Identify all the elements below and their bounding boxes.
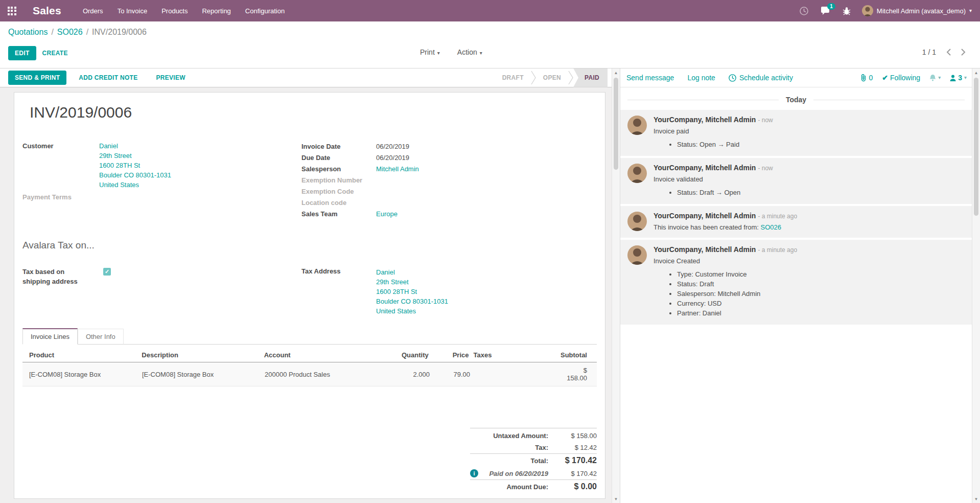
tracking-value: Status: Open → Paid (677, 140, 965, 149)
so026-link[interactable]: SO026 (761, 223, 781, 231)
invoice-sheet: INV/2019/0006 Customer Daniel 29th Stree… (14, 92, 605, 499)
user-menu[interactable]: Mitchell Admin (avatax_demo) ▾ (857, 0, 980, 21)
main-menu: Orders To Invoice Products Reporting Con… (76, 0, 292, 21)
chatter-scrollbar[interactable]: ▲ ▼ (972, 68, 980, 503)
avatar (627, 212, 647, 231)
chevron-down-icon: ▾ (437, 50, 440, 56)
tracking-value: Currency: USD (677, 299, 965, 308)
clock-icon (729, 74, 736, 82)
avatar (627, 245, 647, 265)
payment-info-icon[interactable]: i (470, 469, 478, 477)
message-invoice-created: YourCompany, Mitchell Admin- a minute ag… (620, 240, 972, 325)
activity-bell-button[interactable]: ▾ (929, 74, 941, 81)
form-scrollbar[interactable]: ▲ ▼ (612, 68, 620, 503)
customer-country: United States (99, 180, 171, 190)
scroll-up-icon[interactable]: ▲ (972, 68, 980, 77)
preview-button[interactable]: PREVIEW (150, 71, 191, 84)
scroll-up-icon[interactable]: ▲ (612, 68, 620, 77)
add-credit-note-button[interactable]: ADD CREDIT NOTE (73, 71, 144, 84)
tax-address-name[interactable]: Daniel (376, 267, 448, 277)
pager-previous-icon[interactable] (946, 49, 951, 56)
status-paid[interactable]: PAID (573, 68, 608, 87)
due-date-value[interactable]: 06/20/2019 (376, 153, 409, 163)
activities-clock-icon[interactable] (794, 0, 814, 21)
menu-to-invoice[interactable]: To Invoice (110, 0, 155, 21)
messages-badge: 1 (827, 3, 835, 10)
col-price: Price (429, 351, 469, 359)
status-open[interactable]: OPEN (536, 74, 568, 81)
status-separator-icon (531, 71, 536, 84)
tax-shipping-checkbox[interactable]: ✓ (103, 268, 111, 276)
top-navbar: Sales Orders To Invoice Products Reporti… (0, 0, 980, 21)
followers-button[interactable]: 3 ▾ (950, 74, 967, 82)
breadcrumb-separator: / (51, 28, 53, 36)
customer-address-link[interactable]: Daniel 29th Street 1600 28TH St Boulder … (99, 141, 171, 190)
message-created-from: YourCompany, Mitchell Admin- a minute ag… (620, 206, 972, 238)
total-value: $ 170.42 (548, 456, 597, 465)
edit-button[interactable]: EDIT (8, 46, 36, 60)
followers-count: 3 (958, 74, 962, 82)
breadcrumb-so026[interactable]: SO026 (57, 28, 83, 36)
menu-products[interactable]: Products (154, 0, 195, 21)
app-title: Sales (33, 5, 61, 17)
pager-value[interactable]: 1 / 1 (922, 48, 936, 56)
invoice-date-label: Invoice Date (301, 142, 376, 152)
cell-price: 79.00 (430, 371, 470, 378)
breadcrumb-quotations[interactable]: Quotations (8, 28, 48, 36)
invoice-date-value[interactable]: 06/20/2019 (376, 142, 409, 152)
table-row[interactable]: [E-COM08] Storage Box [E-COM08] Storage … (22, 362, 597, 386)
grid-icon (8, 7, 16, 15)
action-dropdown[interactable]: Action▾ (457, 48, 482, 56)
pager-next-icon[interactable] (961, 49, 966, 56)
customer-name[interactable]: Daniel (99, 141, 171, 151)
tab-invoice-lines[interactable]: Invoice Lines (22, 328, 78, 345)
send-print-button[interactable]: SEND & PRINT (8, 71, 66, 85)
status-separator-icon (568, 71, 573, 84)
scroll-down-icon[interactable]: ▼ (612, 495, 620, 503)
chevron-down-icon: ▾ (964, 75, 967, 80)
totals-block: Untaxed Amount: $ 158.00 Tax: $ 12.42 To… (470, 428, 597, 493)
log-note-button[interactable]: Log note (687, 74, 715, 82)
sales-team-link[interactable]: Europe (376, 209, 398, 219)
salesperson-link[interactable]: Mitchell Admin (376, 164, 419, 174)
menu-reporting[interactable]: Reporting (195, 0, 238, 21)
menu-configuration[interactable]: Configuration (238, 0, 292, 21)
message-text: Invoice Created (654, 257, 965, 265)
messages-bubble-icon[interactable]: 1 (814, 0, 836, 21)
sales-team-label: Sales Team (301, 209, 376, 219)
customer-street2: 1600 28TH St (99, 161, 171, 170)
following-button[interactable]: ✔ Following (882, 74, 920, 82)
message-author: YourCompany, Mitchell Admin (654, 245, 756, 254)
tax-value: $ 12.42 (548, 444, 597, 451)
print-dropdown[interactable]: Print▾ (420, 48, 440, 56)
menu-orders[interactable]: Orders (76, 0, 110, 21)
apps-menu-icon[interactable] (0, 0, 24, 21)
scrollbar-thumb[interactable] (974, 78, 978, 216)
location-code-label: Location code (301, 198, 376, 208)
tab-other-info[interactable]: Other Info (78, 329, 124, 345)
col-product: Product (22, 351, 142, 359)
cell-subtotal: $ 158.00 (562, 367, 597, 382)
check-icon: ✔ (882, 74, 888, 82)
scroll-down-icon[interactable]: ▼ (972, 495, 980, 503)
attachment-button[interactable]: 0 (860, 74, 873, 82)
message-author: YourCompany, Mitchell Admin (654, 164, 756, 172)
debug-bug-icon[interactable] (836, 0, 857, 21)
chevron-down-icon: ▾ (480, 50, 482, 56)
tax-address-country: United States (376, 306, 448, 316)
amount-due-value: $ 0.00 (548, 482, 597, 491)
send-message-button[interactable]: Send message (626, 74, 674, 82)
breadcrumb-current: INV/2019/0006 (92, 28, 147, 36)
notebook-tabs: Invoice Lines Other Info (22, 329, 597, 345)
status-draft[interactable]: DRAFT (495, 74, 531, 81)
cell-quantity: 2.000 (387, 371, 430, 378)
message-text: Invoice validated (654, 175, 965, 183)
create-button[interactable]: CREATE (36, 47, 74, 60)
schedule-activity-button[interactable]: Schedule activity (729, 74, 793, 82)
message-author: YourCompany, Mitchell Admin (654, 116, 756, 124)
tax-address-link[interactable]: Daniel 29th Street 1600 28TH St Boulder … (376, 267, 448, 316)
cell-account: 200000 Product Sales (265, 371, 387, 378)
cell-description: [E-COM08] Storage Box (142, 371, 265, 378)
message-list: YourCompany, Mitchell Admin- now Invoice… (620, 110, 972, 325)
scrollbar-thumb[interactable] (614, 78, 618, 170)
